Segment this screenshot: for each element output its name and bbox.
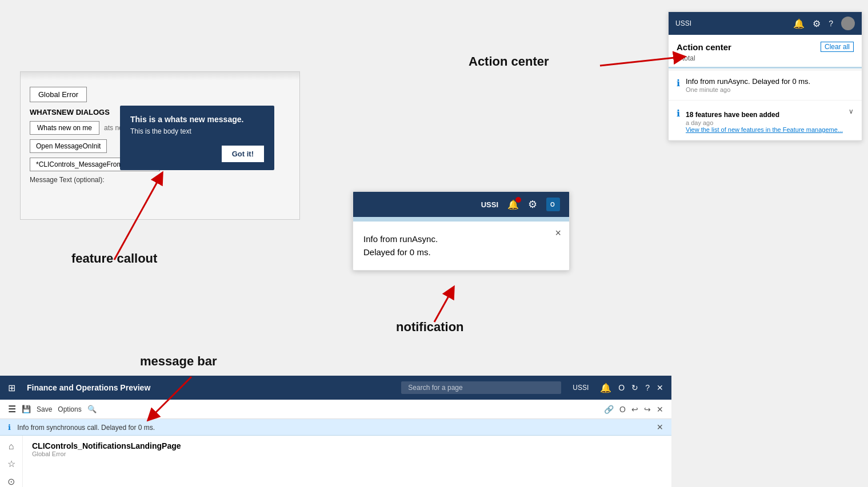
bottom-app: ⊞ Finance and Operations Preview USSI 🔔 …: [0, 376, 671, 487]
bottom-app-topbar: ⊞ Finance and Operations Preview USSI 🔔 …: [0, 376, 671, 400]
action-center-item-1-time: One minute ago: [686, 86, 810, 93]
svg-text:O: O: [550, 202, 555, 208]
bottom-app-search-toolbar-icon[interactable]: 🔍: [87, 405, 97, 413]
bottom-app-sidebar: ⌂ ☆ ⊙: [0, 436, 23, 487]
feature-popup-body: This is the body text: [130, 127, 264, 135]
notification-blue-bar: [353, 217, 569, 222]
bottom-message-bar-info-icon: ℹ: [8, 423, 11, 432]
bottom-app-close-icon[interactable]: ✕: [657, 383, 663, 392]
bottom-app-grid-icon[interactable]: ⊞: [8, 383, 15, 393]
notification-body: × Info from runAsync. Delayed for 0 ms.: [353, 222, 569, 270]
action-center-title: Action center: [677, 42, 731, 52]
notification-label: notification: [396, 320, 464, 335]
bottom-app-title: Finance and Operations Preview: [27, 383, 390, 392]
notification-close-button[interactable]: ×: [555, 227, 561, 239]
feature-callout-label: feature callout: [71, 251, 157, 266]
bottom-app-save-icon[interactable]: 💾: [22, 405, 31, 413]
bottom-message-bar: ℹ Info from synchronous call. Delayed fo…: [0, 419, 671, 436]
svg-line-5: [434, 291, 451, 322]
notification-header: USSI 🔔 ⚙ O: [353, 192, 569, 217]
sidebar-home-icon[interactable]: ⌂: [9, 441, 14, 452]
bottom-app-toolbar-right: 🔗 O ↩ ↪ ✕: [604, 405, 663, 414]
bottom-app-bell-icon[interactable]: 🔔: [600, 383, 611, 393]
action-center-chevron-icon[interactable]: ∨: [849, 107, 854, 115]
feature-popup-title: This is a whats new message.: [130, 115, 264, 124]
action-center-blue-bar: [669, 67, 862, 69]
bottom-app-refresh-icon[interactable]: ↻: [631, 383, 638, 392]
action-center-help-icon[interactable]: ?: [829, 19, 833, 28]
notification-text-line2: Delayed for 0 ms.: [363, 246, 559, 259]
bottom-app-office-icon[interactable]: O: [618, 383, 625, 392]
action-center-title-row: Action center Clear all: [669, 35, 862, 54]
notification-text-line1: Info from runAsync.: [363, 233, 559, 246]
open-message-on-init-button[interactable]: Open MessageOnInit: [30, 139, 107, 153]
action-center-topbar: USSI 🔔 ⚙ ?: [669, 12, 862, 35]
bottom-app-icons: 🔔 O ↻ ? ✕: [600, 383, 663, 393]
action-center-panel: USSI 🔔 ⚙ ? Action center Clear all 2 tot…: [668, 11, 862, 141]
action-center-item-2-desc[interactable]: View the list of new features in the Fea…: [686, 126, 843, 133]
bottom-app-search-input[interactable]: [401, 381, 561, 394]
feature-callout-popup: This is a whats new message. This is the…: [120, 106, 274, 170]
office-icon: O: [546, 198, 560, 211]
action-center-item-1-content: Info from runAsync. Delayed for 0 ms. On…: [686, 77, 810, 93]
message-text-label: Message Text (optional):: [30, 176, 290, 184]
bottom-message-bar-text: Info from synchronous call. Delayed for …: [17, 424, 155, 432]
notification-user: USSI: [481, 200, 498, 209]
action-center-item-1: ℹ Info from runAsync. Delayed for 0 ms. …: [669, 70, 862, 100]
action-center-gear-icon[interactable]: ⚙: [813, 18, 821, 29]
bottom-app-content: CLIControls_NotificationsLandingPage Glo…: [23, 436, 671, 487]
notification-popup: USSI 🔔 ⚙ O × Info from runAsync. Delayed…: [353, 191, 570, 271]
action-center-item-2-content: 18 features have been added a day ago Vi…: [686, 107, 843, 133]
clear-all-button[interactable]: Clear all: [821, 42, 854, 52]
action-center-bell-icon[interactable]: 🔔: [793, 18, 805, 29]
action-center-item-1-title: Info from runAsync. Delayed for 0 ms.: [686, 77, 810, 86]
notification-badge: [515, 197, 521, 203]
bottom-app-options-button[interactable]: Options: [58, 405, 81, 413]
sidebar-clock-icon[interactable]: ⊙: [7, 476, 15, 487]
bottom-app-page-sub: Global Error: [32, 450, 662, 457]
action-center-item-2-subtitle: 18 features have been added: [686, 111, 843, 119]
action-center-info-icon-2: ℹ: [677, 108, 680, 119]
bottom-message-bar-content: ℹ Info from synchronous call. Delayed fo…: [8, 423, 155, 432]
bottom-app-undo-icon[interactable]: ↩: [631, 405, 638, 414]
bottom-app-toolbar: ☰ 💾 Save Options 🔍 🔗 O ↩ ↪ ✕: [0, 400, 671, 419]
bottom-app-nav: ⌂ ☆ ⊙ CLIControls_NotificationsLandingPa…: [0, 436, 671, 487]
action-center-total: 2 total: [669, 54, 862, 67]
action-center-label: Action center: [469, 54, 549, 69]
bottom-app-link-icon[interactable]: 🔗: [604, 405, 614, 414]
global-error-button[interactable]: Global Error: [30, 87, 87, 102]
bottom-app-redo-icon[interactable]: ↪: [644, 405, 651, 414]
sidebar-star-icon[interactable]: ☆: [7, 458, 15, 469]
bottom-app-user: USSI: [573, 384, 589, 392]
gear-icon[interactable]: ⚙: [528, 198, 537, 211]
bottom-message-bar-close-button[interactable]: ✕: [657, 422, 663, 432]
action-center-item-2-time: a day ago: [686, 119, 843, 126]
action-center-avatar: [841, 17, 855, 30]
whats-new-on-me-button[interactable]: Whats new on me: [30, 121, 99, 135]
bottom-app-question-icon[interactable]: ?: [645, 383, 650, 392]
notification-bell-wrapper[interactable]: 🔔: [507, 199, 519, 210]
bottom-app-office-toolbar-icon[interactable]: O: [619, 405, 626, 414]
bottom-app-hamburger-icon[interactable]: ☰: [8, 404, 16, 414]
message-bar-label: message bar: [140, 354, 217, 369]
bottom-app-save-button[interactable]: Save: [37, 405, 52, 413]
action-center-info-icon-1: ℹ: [677, 78, 680, 88]
bottom-app-close-toolbar-icon[interactable]: ✕: [657, 405, 663, 414]
action-center-topbar-user: USSI: [675, 19, 785, 27]
got-it-button[interactable]: Got it!: [222, 146, 264, 162]
action-center-item-2: ℹ 18 features have been added a day ago …: [669, 100, 862, 140]
bottom-app-page-title: CLIControls_NotificationsLandingPage: [32, 441, 662, 450]
